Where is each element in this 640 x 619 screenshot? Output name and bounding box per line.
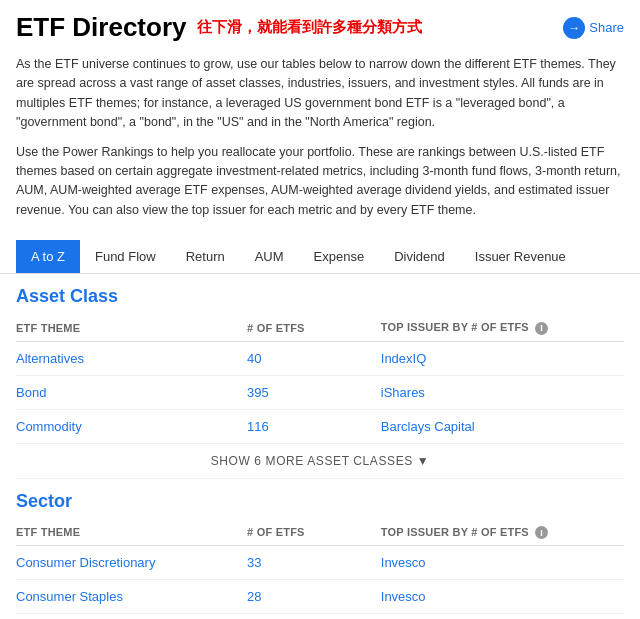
sector-issuer-col-header: TOP ISSUER BY # OF ETFs i <box>381 520 624 546</box>
asset-theme-alternatives[interactable]: Alternatives <box>16 341 247 375</box>
asset-class-table: ETF THEME # OF ETFs TOP ISSUER BY # OF E… <box>16 315 624 444</box>
asset-issuer-bond[interactable]: iShares <box>381 375 624 409</box>
tab-issuer-revenue[interactable]: Issuer Revenue <box>460 240 581 273</box>
chevron-down-icon: ▼ <box>417 454 429 468</box>
share-button[interactable]: → Share <box>563 17 624 39</box>
sector-theme-energy[interactable]: Energy <box>16 614 247 619</box>
asset-theme-bond[interactable]: Bond <box>16 375 247 409</box>
table-row: Consumer Staples 28 Invesco <box>16 580 624 614</box>
asset-theme-commodity[interactable]: Commodity <box>16 409 247 443</box>
sector-theme-consumer-staples[interactable]: Consumer Staples <box>16 580 247 614</box>
asset-class-title: Asset Class <box>16 286 624 307</box>
asset-issuer-col-header: TOP ISSUER BY # OF ETFs i <box>381 315 624 341</box>
asset-count-bond[interactable]: 395 <box>247 375 381 409</box>
page-title: ETF Directory <box>16 12 187 43</box>
tab-bar: A to Z Fund Flow Return AUM Expense Divi… <box>0 240 640 274</box>
sector-count-consumer-discretionary[interactable]: 33 <box>247 546 381 580</box>
table-row: Energy 84 Invesco <box>16 614 624 619</box>
description-para1: As the ETF universe continues to grow, u… <box>16 55 624 133</box>
sector-count-col-header: # OF ETFs <box>247 520 381 546</box>
asset-count-commodity[interactable]: 116 <box>247 409 381 443</box>
share-icon: → <box>563 17 585 39</box>
show-more-asset-classes[interactable]: SHOW 6 MORE ASSET CLASSES ▼ <box>16 444 624 478</box>
sector-issuer-consumer-staples[interactable]: Invesco <box>381 580 624 614</box>
asset-issuer-alternatives[interactable]: IndexIQ <box>381 341 624 375</box>
table-row: Consumer Discretionary 33 Invesco <box>16 546 624 580</box>
sector-section: Sector ETF THEME # OF ETFs TOP ISSUER BY… <box>0 479 640 619</box>
asset-issuer-info-icon[interactable]: i <box>535 322 548 335</box>
asset-count-col-header: # OF ETFs <box>247 315 381 341</box>
asset-class-section: Asset Class ETF THEME # OF ETFs TOP ISSU… <box>0 274 640 478</box>
sector-title: Sector <box>16 491 624 512</box>
tab-expense[interactable]: Expense <box>299 240 380 273</box>
tab-a-to-z[interactable]: A to Z <box>16 240 80 273</box>
sector-theme-col-header: ETF THEME <box>16 520 247 546</box>
tab-fund-flow[interactable]: Fund Flow <box>80 240 171 273</box>
sector-issuer-info-icon[interactable]: i <box>535 526 548 539</box>
sector-issuer-energy[interactable]: Invesco <box>381 614 624 619</box>
asset-issuer-commodity[interactable]: Barclays Capital <box>381 409 624 443</box>
sector-count-consumer-staples[interactable]: 28 <box>247 580 381 614</box>
description-para2: Use the Power Rankings to help you reall… <box>16 143 624 221</box>
page-description: As the ETF universe continues to grow, u… <box>0 51 640 240</box>
tab-dividend[interactable]: Dividend <box>379 240 460 273</box>
table-row: Commodity 116 Barclays Capital <box>16 409 624 443</box>
share-label: Share <box>589 20 624 35</box>
tab-return[interactable]: Return <box>171 240 240 273</box>
tab-aum[interactable]: AUM <box>240 240 299 273</box>
table-row: Alternatives 40 IndexIQ <box>16 341 624 375</box>
asset-theme-col-header: ETF THEME <box>16 315 247 341</box>
page-header: ETF Directory 往下滑，就能看到許多種分類方式 → Share <box>0 0 640 51</box>
sector-table: ETF THEME # OF ETFs TOP ISSUER BY # OF E… <box>16 520 624 619</box>
table-row: Bond 395 iShares <box>16 375 624 409</box>
sector-theme-consumer-discretionary[interactable]: Consumer Discretionary <box>16 546 247 580</box>
sector-issuer-consumer-discretionary[interactable]: Invesco <box>381 546 624 580</box>
asset-count-alternatives[interactable]: 40 <box>247 341 381 375</box>
header-annotation: 往下滑，就能看到許多種分類方式 <box>197 18 422 37</box>
sector-count-energy[interactable]: 84 <box>247 614 381 619</box>
